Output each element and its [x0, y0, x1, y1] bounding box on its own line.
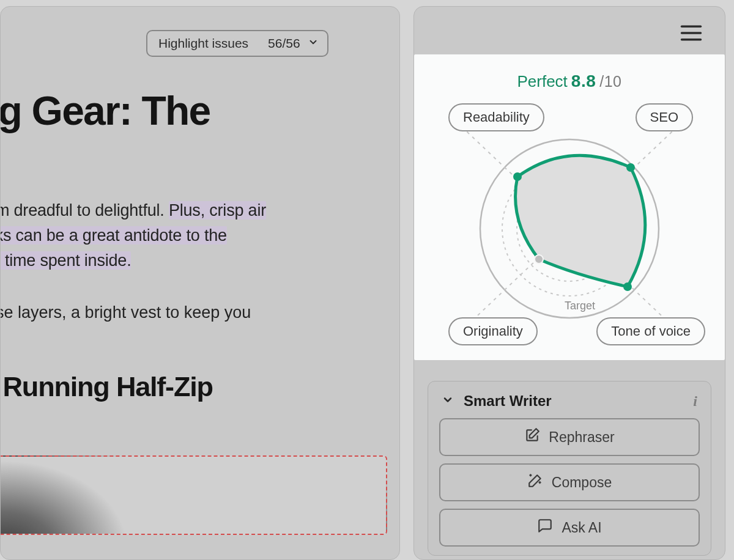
info-icon[interactable]: i — [693, 393, 697, 410]
svg-point-13 — [626, 163, 635, 172]
smart-writer-title: Smart Writer — [464, 392, 552, 410]
svg-point-12 — [513, 172, 522, 181]
magic-wand-icon — [527, 473, 543, 492]
highlight-span[interactable]: Plus, crisp air — [169, 201, 266, 219]
highlight-issues-count: 56/56 — [268, 36, 300, 51]
chevron-down-icon[interactable] — [442, 394, 454, 408]
highlight-span[interactable]: more time spent inside. — [0, 251, 131, 270]
chat-icon — [537, 518, 553, 537]
chip-originality[interactable]: Originality — [448, 317, 538, 345]
target-label: Target — [565, 300, 595, 312]
chip-readability[interactable]: Readability — [448, 103, 544, 131]
edit-icon — [524, 427, 540, 447]
smart-writer-panel: Smart Writer i Rephraser Compose Ask AI — [428, 381, 711, 556]
highlight-issues-label: Highlight issues — [158, 36, 248, 51]
document-body[interactable]: ning Gear: The n go from dreadful to del… — [0, 24, 399, 535]
paragraph-1: n go from dreadful to delightful. Plus, … — [0, 198, 399, 273]
paragraph-2: orite base layers, a bright vest to keep… — [0, 300, 399, 325]
highlight-issues-dropdown[interactable]: Highlight issues 56/56 — [146, 30, 328, 57]
editor-panel: Highlight issues 56/56 ning Gear: The n … — [0, 6, 400, 560]
chevron-down-icon — [308, 36, 319, 51]
radar-chart: Readability SEO Originality Tone of voic… — [429, 102, 710, 347]
document-title: ning Gear: The — [0, 90, 399, 132]
svg-point-14 — [623, 282, 632, 291]
svg-point-15 — [535, 255, 543, 263]
menu-icon[interactable] — [680, 24, 703, 45]
highlight-span[interactable]: sneaks can be a great antidote to the — [0, 226, 227, 245]
rephraser-button[interactable]: Rephraser — [439, 418, 700, 456]
compose-button[interactable]: Compose — [439, 463, 700, 501]
chip-tone-of-voice[interactable]: Tone of voice — [596, 317, 705, 345]
subheading: rmal Running Half-Zip n's) — [0, 372, 399, 433]
chip-seo[interactable]: SEO — [636, 103, 693, 131]
score-card: Perfect 8.8/10 — [414, 54, 725, 360]
overall-score: Perfect 8.8/10 — [517, 72, 621, 91]
image-placeholder-broken[interactable] — [0, 455, 387, 535]
ask-ai-button[interactable]: Ask AI — [439, 509, 700, 547]
sidebar-panel: Perfect 8.8/10 — [413, 6, 725, 560]
